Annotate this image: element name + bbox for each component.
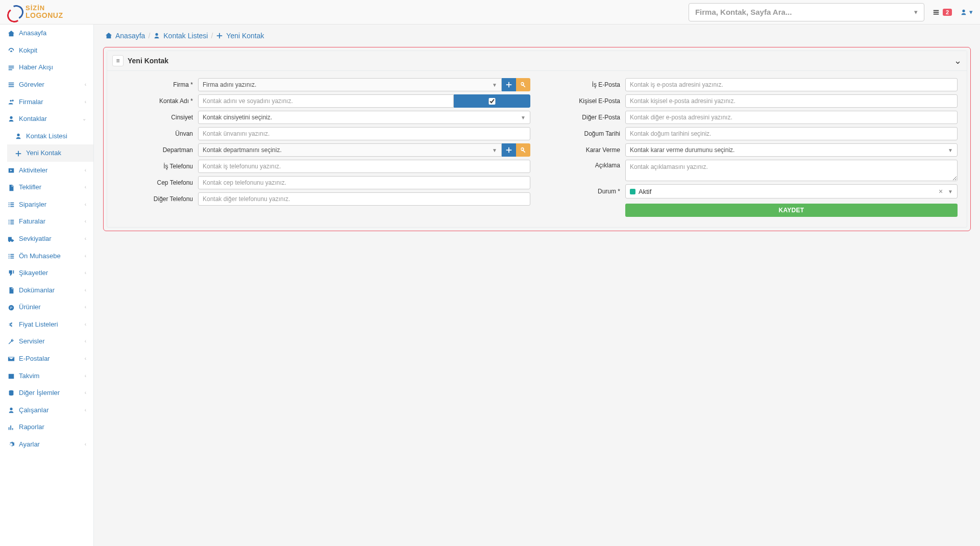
chevron-down-icon: ▼ xyxy=(492,82,497,88)
diger-tel-input[interactable] xyxy=(198,192,530,206)
diger-eposta-label: Diğer E-Posta xyxy=(544,114,620,121)
sidebar-item-teklifler[interactable]: Teklifler‹ xyxy=(0,179,93,196)
sidebar-item-e-postalar[interactable]: E-Postalar‹ xyxy=(0,350,93,367)
chevron-left-icon: ‹ xyxy=(85,287,86,293)
mail-icon xyxy=(7,355,15,363)
sidebar-item-aktiviteler[interactable]: Aktiviteler‹ xyxy=(0,162,93,179)
sidebar-item-haber-akışı[interactable]: Haber Akışı xyxy=(0,59,93,76)
sidebar-item-label: Ön Muhasebe xyxy=(19,252,61,260)
sidebar-item-label: Diğer İşlemler xyxy=(19,389,60,396)
sidebar-item-ayarlar[interactable]: Ayarlar‹ xyxy=(0,436,93,453)
kontak-adi-input[interactable] xyxy=(198,94,454,108)
sidebar-item-görevler[interactable]: Görevler‹ xyxy=(0,76,93,93)
truck-icon xyxy=(7,235,15,243)
departman-select[interactable]: Kontak departmanını seçiniz.▼ xyxy=(198,143,502,157)
sidebar-item-label: Faturalar xyxy=(19,217,45,225)
kisisel-eposta-input[interactable] xyxy=(625,94,958,108)
firma-select[interactable]: Firma adını yazınız.▼ xyxy=(198,78,502,91)
durum-clear-button[interactable]: × xyxy=(937,187,945,195)
chevron-down-icon: ▾ xyxy=(969,8,973,16)
sidebar-item-diğer-i̇şlemler[interactable]: Diğer İşlemler‹ xyxy=(0,384,93,402)
chevron-left-icon: ‹ xyxy=(85,373,86,379)
global-search-input[interactable] xyxy=(695,8,914,16)
dogum-input[interactable] xyxy=(625,127,958,140)
global-search[interactable]: ▾ xyxy=(689,3,924,21)
kontak-adi-checkbox[interactable] xyxy=(454,98,530,105)
topbar: SİZİN LOGONUZ ▾ 2 ▾ xyxy=(0,0,980,24)
kontak-adi-label: Kontak Adı * xyxy=(116,97,193,105)
sidebar-item-label: Aktiviteler xyxy=(19,166,47,174)
sidebar-item-ürünler[interactable]: Ürünler‹ xyxy=(0,299,93,316)
sidebar-item-servisler[interactable]: Servisler‹ xyxy=(0,333,93,350)
form-left-column: Firma * Firma adını yazınız.▼ Kontak Adı… xyxy=(116,78,530,220)
panel-header: ≡ Yeni Kontak ⌄ xyxy=(107,51,967,71)
sidebar-item-kokpit[interactable]: Kokpit xyxy=(0,42,93,59)
kontak-adi-checkbox-addon[interactable] xyxy=(454,94,530,108)
firma-search-button[interactable] xyxy=(516,78,530,91)
is-eposta-label: İş E-Posta xyxy=(544,81,620,88)
tasks-icon xyxy=(933,9,940,16)
search-icon xyxy=(520,81,527,88)
chevron-left-icon: ‹ xyxy=(85,321,86,327)
sidebar-item-siparişler[interactable]: Siparişler‹ xyxy=(0,196,93,213)
sidebar-item-label: Kontak Listesi xyxy=(26,132,67,140)
users-icon xyxy=(7,97,15,106)
tasks-indicator[interactable]: 2 xyxy=(933,9,952,16)
sidebar-item-ön-muhasebe[interactable]: Ön Muhasebe‹ xyxy=(0,247,93,264)
sidebar-item-dokümanlar[interactable]: Dokümanlar‹ xyxy=(0,281,93,299)
sidebar-item-firmalar[interactable]: Firmalar‹ xyxy=(0,93,93,110)
form-panel: ≡ Yeni Kontak ⌄ Firma * Firma adını yazı… xyxy=(107,51,967,228)
chevron-left-icon: ‹ xyxy=(85,304,86,310)
is-tel-input[interactable] xyxy=(198,160,530,173)
chevron-left-icon: ‹ xyxy=(85,338,86,344)
panel-collapse-button[interactable]: ⌄ xyxy=(954,55,962,66)
sidebar-item-sevkiyatlar[interactable]: Sevkiyatlar‹ xyxy=(0,230,93,247)
db-icon xyxy=(7,389,15,397)
sidebar-item-şikayetler[interactable]: Şikayetler‹ xyxy=(0,264,93,282)
sidebar-item-label: Ayarlar xyxy=(19,440,40,448)
chevron-left-icon: ‹ xyxy=(85,407,86,413)
sidebar-item-label: Görevler xyxy=(19,81,44,88)
chevron-left-icon: ‹ xyxy=(85,390,86,395)
breadcrumb-separator: / xyxy=(211,32,213,40)
sidebar-item-label: Sevkiyatlar xyxy=(19,235,52,242)
chevron-left-icon: ‹ xyxy=(85,356,86,361)
breadcrumb-link[interactable]: Yeni Kontak xyxy=(216,32,264,40)
durum-select[interactable]: Aktif × ▼ xyxy=(625,184,958,198)
chevron-left-icon: ‹ xyxy=(85,253,86,259)
cep-tel-input[interactable] xyxy=(198,176,530,189)
departman-search-button[interactable] xyxy=(516,143,530,157)
save-button[interactable]: KAYDET xyxy=(625,204,958,217)
sidebar-item-kontak-listesi[interactable]: Kontak Listesi xyxy=(7,127,93,144)
diger-eposta-input[interactable] xyxy=(625,111,958,124)
chevron-left-icon: ‹ xyxy=(85,441,86,447)
sidebar-item-faturalar[interactable]: Faturalar‹ xyxy=(0,213,93,230)
play-icon xyxy=(7,166,15,175)
search-icon xyxy=(520,146,527,154)
sidebar-item-takvim[interactable]: Takvim‹ xyxy=(0,367,93,384)
sidebar-item-anasayfa[interactable]: Anasayfa xyxy=(0,24,93,42)
user-menu[interactable]: ▾ xyxy=(960,8,973,16)
chevron-down-icon: ▼ xyxy=(948,189,953,194)
aciklama-textarea[interactable] xyxy=(625,160,958,181)
karar-select[interactable]: Kontak karar verme durumunu seçiniz.▼ xyxy=(625,143,958,157)
sidebar-item-fiyat-listeleri[interactable]: Fiyat Listeleri‹ xyxy=(0,316,93,333)
is-eposta-input[interactable] xyxy=(625,78,958,91)
firma-add-button[interactable] xyxy=(502,78,516,91)
panel-menu-button[interactable]: ≡ xyxy=(112,55,124,66)
brand-logo[interactable]: SİZİN LOGONUZ xyxy=(7,5,63,20)
user-icon xyxy=(153,32,160,39)
unvan-input[interactable] xyxy=(198,127,530,140)
cinsiyet-label: Cinsiyet xyxy=(116,114,193,121)
breadcrumb-link[interactable]: Anasayfa xyxy=(105,32,145,40)
departman-add-button[interactable] xyxy=(502,143,516,157)
cinsiyet-select[interactable]: Kontak cinsiyetini seçiniz.▼ xyxy=(198,111,530,124)
sidebar-item-kontaklar[interactable]: Kontaklar⌄Kontak ListesiYeni Kontak xyxy=(0,110,93,162)
sidebar-item-çalışanlar[interactable]: Çalışanlar‹ xyxy=(0,401,93,418)
chevron-down-icon: ▼ xyxy=(521,115,526,120)
sidebar-item-raporlar[interactable]: Raporlar xyxy=(0,418,93,436)
news-icon xyxy=(7,63,15,71)
brand-text: SİZİN LOGONUZ xyxy=(26,5,63,20)
breadcrumb-link[interactable]: Kontak Listesi xyxy=(153,32,208,40)
sidebar-item-yeni-kontak[interactable]: Yeni Kontak xyxy=(7,144,93,162)
